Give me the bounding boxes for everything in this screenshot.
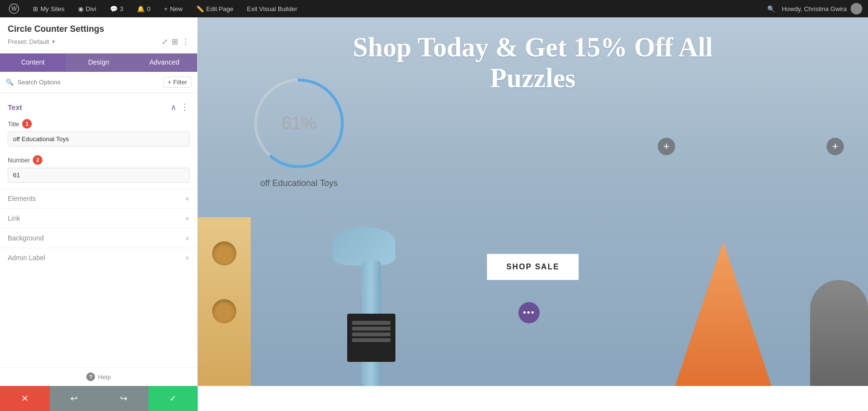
link-section[interactable]: Link ∨: [0, 208, 197, 228]
bottom-bar: ✕ ↩ ↪ ✓: [0, 386, 868, 411]
wordpress-icon: W: [9, 3, 19, 14]
elements-section[interactable]: Elements ∨: [0, 188, 197, 208]
search-icon: 🔍: [767, 5, 775, 13]
avatar: [851, 3, 862, 14]
panel-title: Circle Counter Settings: [8, 24, 190, 34]
chevron-down-icon: ▼: [51, 39, 56, 44]
gear-line: [352, 327, 391, 331]
circle-percentage: 61%: [282, 113, 316, 133]
help-icon: ?: [86, 372, 95, 381]
toy-hole-1: [212, 241, 236, 265]
background-section[interactable]: Background ∨: [0, 228, 197, 248]
shop-sale-button[interactable]: SHOP SALE: [487, 254, 579, 280]
title-field-group: Title 1 off Educational Toys: [0, 116, 197, 152]
gear-line: [352, 332, 391, 336]
link-chevron-icon: ∨: [185, 215, 190, 222]
title-input[interactable]: off Educational Toys: [8, 132, 190, 146]
new-btn[interactable]: + New: [161, 5, 186, 13]
wrench-head: [333, 227, 395, 265]
search-btn[interactable]: 🔍: [764, 5, 778, 13]
panel-tabs: Content Design Advanced: [0, 53, 197, 72]
notifications-btn[interactable]: 🔔 0: [134, 5, 153, 13]
comment-icon: 💬: [110, 5, 118, 13]
divi-icon: ◉: [78, 5, 83, 13]
circle-counter: 61%: [251, 75, 347, 172]
help-btn[interactable]: ? Help: [86, 372, 111, 381]
elements-section-title: Elements: [8, 195, 36, 202]
edit-icon: ✏️: [196, 5, 204, 13]
background-chevron-icon: ∨: [185, 235, 190, 241]
panel-footer: ? Help: [0, 367, 197, 386]
divi-btn[interactable]: ◉ Divi: [75, 5, 99, 13]
undo-btn[interactable]: ↩: [50, 386, 99, 411]
panel-content: Text ∧ ⋮ Title 1 off Educational Toys: [0, 93, 197, 367]
bell-icon: 🔔: [137, 5, 145, 13]
canvas-add-btn-2[interactable]: +: [827, 138, 844, 155]
edit-page-btn[interactable]: ✏️ Edit Page: [193, 5, 236, 13]
text-section-header: Text ∧ ⋮: [0, 98, 197, 116]
cancel-btn[interactable]: ✕: [0, 386, 50, 411]
number-field-label: Number 2: [8, 155, 190, 165]
canvas-add-btn-1[interactable]: +: [658, 138, 675, 155]
toy-background: [198, 217, 868, 386]
toggle-panel-btn[interactable]: ⊞: [172, 37, 178, 46]
canvas-content: Shop Today & Get 15% Off All Puzzles 61%…: [198, 17, 868, 386]
gear-line: [352, 338, 391, 342]
tab-advanced[interactable]: Advanced: [132, 53, 197, 71]
more-options-btn[interactable]: ⋮: [182, 37, 190, 46]
filter-btn[interactable]: + Filter: [163, 77, 191, 88]
plus-icon: +: [164, 5, 168, 13]
text-section-collapse-btn[interactable]: ∧: [171, 103, 176, 112]
number-input[interactable]: 61: [8, 168, 190, 183]
settings-panel: Circle Counter Settings Preset: Default …: [0, 17, 198, 386]
confirm-btn[interactable]: ✓: [149, 386, 198, 411]
search-icon: 🔍: [6, 79, 14, 86]
filter-icon: +: [168, 79, 172, 86]
tab-content[interactable]: Content: [0, 53, 66, 71]
gear-line: [352, 321, 391, 325]
admin-label-section-title: Admin Label: [8, 254, 45, 262]
sites-icon: ⊞: [33, 5, 38, 13]
comments-btn[interactable]: 💬 3: [107, 5, 126, 13]
link-section-title: Link: [8, 214, 20, 222]
toy-hole-2: [212, 299, 236, 323]
redo-btn[interactable]: ↪: [99, 386, 149, 411]
toy-gray-cylinder: [810, 280, 868, 386]
title-field-label: Title 1: [8, 119, 190, 129]
panel-header: Circle Counter Settings Preset: Default …: [0, 17, 197, 53]
exit-visual-builder-btn[interactable]: Exit Visual Builder: [244, 5, 300, 13]
text-section-options-btn[interactable]: ⋮: [180, 102, 190, 112]
bottom-bar-actions: ✕ ↩ ↪ ✓: [0, 386, 198, 411]
number-field-group: Number 2 61: [0, 152, 197, 188]
elements-chevron-icon: ∨: [185, 195, 190, 202]
admin-label-chevron-icon: ∨: [185, 254, 190, 261]
text-section-title: Text: [8, 103, 22, 111]
title-badge: 1: [22, 119, 32, 129]
toy-orange-triangle: [675, 241, 772, 386]
tab-design[interactable]: Design: [66, 53, 131, 71]
my-sites-btn[interactable]: ⊞ My Sites: [30, 5, 68, 13]
toy-gear: [347, 314, 395, 362]
gear-lines: [352, 321, 391, 355]
search-input[interactable]: [17, 79, 160, 86]
admin-bar: W ⊞ My Sites ◉ Divi 💬 3 🔔 0 + New ✏️ Edi…: [0, 0, 868, 17]
text-section: Text ∧ ⋮ Title 1 off Educational Toys: [0, 98, 197, 188]
howdy-label: Howdy, Christina Gwira: [782, 5, 847, 13]
search-bar: 🔍 + Filter: [0, 72, 197, 93]
admin-label-section[interactable]: Admin Label ∨: [0, 248, 197, 267]
circle-counter-wrapper: 61% off Educational Toys: [251, 75, 347, 188]
toy-wooden-block: [198, 217, 251, 386]
circle-label: off Educational Toys: [260, 178, 338, 188]
number-badge: 2: [33, 155, 42, 165]
canvas-area: Shop Today & Get 15% Off All Puzzles 61%…: [198, 17, 868, 386]
fullscreen-btn[interactable]: ⤢: [162, 37, 168, 46]
purple-dots-button[interactable]: •••: [518, 302, 540, 323]
svg-text:W: W: [12, 5, 17, 12]
background-section-title: Background: [8, 234, 44, 242]
wp-logo-btn[interactable]: W: [6, 3, 22, 14]
preset-selector[interactable]: Preset: Default ▼: [8, 38, 56, 45]
